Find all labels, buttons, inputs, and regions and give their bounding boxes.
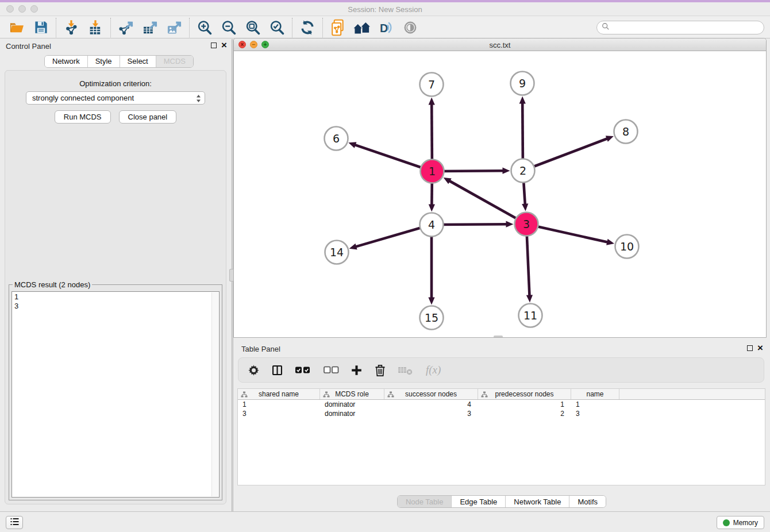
tab-mcds[interactable]: MCDS	[156, 56, 193, 67]
column-header[interactable]: name	[571, 389, 619, 399]
table-cell[interactable]: 2	[478, 409, 571, 418]
apply-layout-icon[interactable]	[295, 17, 319, 38]
import-table-icon[interactable]	[83, 17, 107, 38]
column-header[interactable]: successor nodes	[384, 389, 478, 399]
table-settings-icon[interactable]	[248, 364, 260, 376]
mcds-result-box: MCDS result (2 nodes) 1 3	[9, 284, 222, 500]
criterion-select[interactable]: strongly connected component	[26, 91, 205, 105]
node-4[interactable]: 4	[420, 213, 444, 237]
export-image-icon[interactable]	[162, 17, 186, 38]
table-cell[interactable]: 3	[571, 409, 619, 418]
svg-text:8: 8	[622, 125, 629, 138]
app-window: Session: New Session D Control Panel × N…	[0, 0, 770, 532]
zoom-selected-icon[interactable]	[265, 17, 289, 38]
result-scrollbar[interactable]	[211, 292, 218, 496]
export-network-icon[interactable]	[114, 17, 138, 38]
deselect-all-rows-icon[interactable]	[324, 365, 339, 375]
close-panel-icon[interactable]: ×	[221, 41, 227, 49]
svg-text:15: 15	[425, 311, 438, 324]
memory-label: Memory	[733, 519, 758, 527]
table-row[interactable]: 1dominator411	[238, 400, 765, 409]
control-panel-header: Control Panel ×	[0, 39, 232, 54]
table-cell[interactable]: 1	[571, 400, 619, 409]
session-title: Session: New Session	[0, 5, 770, 14]
canvas-splitter-grip[interactable]	[494, 336, 503, 337]
node-8[interactable]: 8	[614, 120, 638, 144]
node-1[interactable]: 1	[421, 160, 444, 183]
column-header[interactable]: shared name	[238, 389, 320, 399]
table-cell[interactable]: 4	[384, 400, 478, 409]
edge-1-6[interactable]	[348, 142, 432, 171]
column-header[interactable]: MCDS role	[320, 389, 384, 399]
mac-titlebar: Session: New Session	[0, 2, 770, 16]
column-header[interactable]: predecessor nodes	[478, 389, 571, 399]
table-cell[interactable]: dominator	[320, 409, 384, 418]
table-panel-header: Table Panel ×	[233, 342, 770, 357]
node-10[interactable]: 10	[615, 235, 639, 259]
delete-columns-icon[interactable]	[374, 364, 386, 377]
tab-select[interactable]: Select	[120, 56, 156, 67]
show-hide-panel-icon[interactable]	[398, 17, 422, 38]
table-cell[interactable]: dominator	[320, 400, 384, 409]
edge-3-1[interactable]	[444, 178, 526, 224]
table-cell[interactable]: 3	[384, 409, 478, 418]
mcds-result-text[interactable]: 1 3	[11, 291, 220, 498]
export-table-icon[interactable]	[138, 17, 162, 38]
toggle-panes-icon[interactable]	[271, 364, 283, 376]
zoom-fit-icon[interactable]	[241, 17, 265, 38]
float-panel-icon[interactable]	[211, 43, 217, 48]
node-11[interactable]: 11	[519, 304, 542, 327]
open-session-icon[interactable]	[5, 17, 29, 38]
memory-button[interactable]: Memory	[717, 516, 764, 529]
list-icon	[9, 517, 20, 529]
node-7[interactable]: 7	[420, 73, 444, 97]
node-6[interactable]: 6	[325, 127, 348, 151]
node-14[interactable]: 14	[325, 241, 349, 264]
table-close-panel-icon[interactable]: ×	[757, 344, 763, 352]
tab-network[interactable]: Network	[45, 56, 87, 67]
import-network-icon[interactable]	[59, 17, 83, 38]
node-table: shared nameMCDS rolesuccessor nodesprede…	[237, 388, 765, 485]
network-canvas[interactable]: 7968124314101511	[234, 51, 766, 337]
run-mcds-button[interactable]: Run MCDS	[55, 110, 111, 124]
zoom-out-icon[interactable]	[217, 17, 241, 38]
node-9[interactable]: 9	[511, 72, 534, 95]
ndex-home-icon[interactable]	[350, 17, 374, 38]
edge-4-14[interactable]	[349, 225, 432, 249]
task-history-button[interactable]	[6, 516, 23, 529]
function-builder-icon[interactable]: f(x)	[425, 363, 445, 377]
node-2[interactable]: 2	[511, 159, 535, 183]
table-cell[interactable]: 3	[238, 409, 320, 418]
edge-3-10[interactable]	[526, 224, 614, 245]
edge-2-8[interactable]	[523, 136, 614, 171]
cyndex-icon[interactable]: D	[374, 17, 398, 38]
node-15[interactable]: 15	[420, 306, 444, 330]
svg-text:14: 14	[330, 246, 344, 259]
tab-motifs[interactable]: Motifs	[569, 496, 606, 507]
tab-edge-table[interactable]: Edge Table	[451, 496, 505, 507]
table-row[interactable]: 3dominator323	[238, 409, 765, 418]
tab-style[interactable]: Style	[87, 56, 120, 67]
zoom-in-icon[interactable]	[192, 17, 217, 38]
main-toolbar-icons: D	[5, 17, 422, 38]
svg-text:10: 10	[620, 240, 634, 253]
select-all-rows-icon[interactable]	[295, 365, 312, 375]
create-column-icon[interactable]	[351, 364, 363, 376]
table-cell[interactable]: 1	[478, 400, 571, 409]
delete-table-icon[interactable]	[398, 365, 413, 375]
node-3[interactable]: 3	[515, 213, 538, 236]
new-network-icon[interactable]	[326, 17, 350, 38]
svg-text:2: 2	[519, 164, 526, 177]
close-panel-button[interactable]: Close panel	[119, 110, 177, 124]
mcds-result-values: 1 3	[14, 292, 18, 310]
table-float-panel-icon[interactable]	[747, 345, 753, 351]
tab-node-table[interactable]: Node Table	[398, 496, 452, 507]
search-input[interactable]	[610, 22, 764, 33]
tab-network-table[interactable]: Network Table	[505, 496, 569, 507]
sort-hierarchy-icon	[323, 391, 330, 399]
save-session-icon[interactable]	[29, 17, 53, 38]
control-panel: Control Panel × NetworkStyleSelectMCDS O…	[0, 39, 232, 511]
network-view-window: × − + scc.txt 7968124314101511	[233, 38, 767, 338]
table-cell[interactable]: 1	[238, 400, 320, 409]
svg-text:3: 3	[523, 218, 530, 230]
